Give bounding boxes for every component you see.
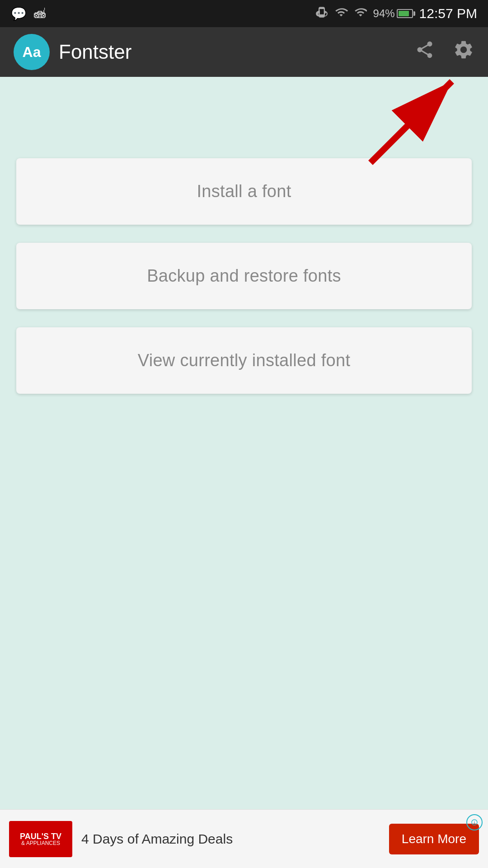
share-icon[interactable]: [415, 40, 435, 64]
ad-banner: PAUL'S TV & APPLIANCES 4 Days of Amazing…: [0, 809, 488, 868]
battery-indicator: 94%: [373, 7, 413, 20]
chat-icon: 💬: [11, 6, 27, 21]
signal-icon: [354, 6, 367, 22]
settings-icon[interactable]: [453, 39, 474, 65]
svg-line-1: [371, 81, 452, 163]
battery-icon: [397, 9, 413, 18]
status-time: 12:57 PM: [419, 6, 477, 21]
voicemail-icon: 📾: [34, 6, 47, 21]
status-bar-right: 94% 12:57 PM: [315, 6, 477, 22]
toolbar-right: [415, 39, 474, 65]
wifi-icon: [334, 6, 348, 22]
ad-logo-top-text: PAUL'S TV: [20, 832, 61, 840]
ad-logo-bottom-text: & APPLIANCES: [21, 840, 60, 846]
app-title: Fontster: [59, 41, 131, 63]
battery-percent: 94%: [373, 7, 395, 20]
ad-logo: PAUL'S TV & APPLIANCES: [9, 821, 72, 857]
ad-text: 4 Days of Amazing Deals: [81, 831, 380, 847]
red-arrow-annotation: [352, 68, 479, 169]
backup-restore-button[interactable]: Backup and restore fonts: [16, 243, 472, 309]
status-bar: 💬 📾 94% 12:57 PM: [0, 0, 488, 27]
toolbar-left: Aa Fontster: [14, 34, 131, 70]
status-bar-left: 💬 📾: [11, 6, 47, 21]
vibrate-icon: [315, 6, 328, 22]
view-installed-font-button[interactable]: View currently installed font: [16, 327, 472, 394]
ad-info-icon[interactable]: [466, 814, 483, 830]
app-logo: Aa: [14, 34, 50, 70]
learn-more-button[interactable]: Learn More: [389, 824, 479, 854]
